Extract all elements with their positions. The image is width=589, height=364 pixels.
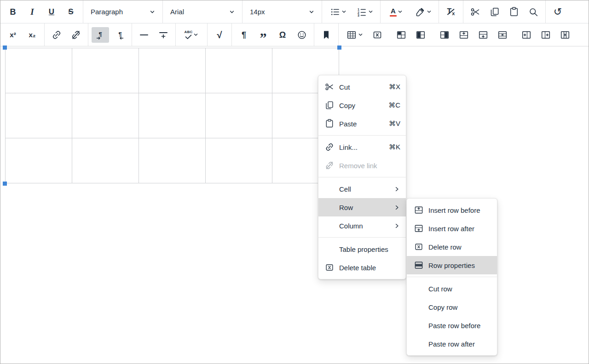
rtl-direction-button[interactable] bbox=[111, 27, 128, 43]
toolbar-separator bbox=[88, 23, 88, 46]
search-button[interactable] bbox=[525, 4, 542, 20]
page-break-button[interactable] bbox=[155, 27, 172, 43]
chevron-down-icon bbox=[358, 32, 363, 37]
strikethrough-button[interactable]: S bbox=[62, 4, 80, 20]
table-cell[interactable] bbox=[6, 93, 72, 138]
paragraph-mark-button[interactable]: ¶ bbox=[235, 27, 253, 43]
submenu-item-insert-row-after[interactable]: Insert row after bbox=[407, 219, 497, 238]
chevron-down-icon bbox=[427, 9, 432, 14]
delete-table-button[interactable] bbox=[369, 27, 386, 43]
blockquote-icon: ” bbox=[260, 35, 267, 40]
submenu-item-paste-row-before[interactable]: Paste row before bbox=[407, 316, 497, 335]
submenu-item-row-properties[interactable]: Row properties bbox=[407, 256, 497, 274]
menu-item-copy[interactable]: Copy ⌘C bbox=[318, 96, 406, 114]
insert-column-before-button[interactable] bbox=[518, 27, 535, 43]
subscript-button[interactable]: x₂ bbox=[23, 27, 41, 43]
menu-item-label: Cut bbox=[339, 83, 384, 91]
menu-item-label: Insert row after bbox=[428, 225, 491, 233]
bold-button[interactable]: B bbox=[4, 4, 22, 20]
superscript-button[interactable]: x² bbox=[4, 27, 22, 43]
table-resize-handle-top-right[interactable] bbox=[337, 46, 341, 50]
emoji-button[interactable] bbox=[293, 27, 311, 43]
highlight-color-button[interactable] bbox=[410, 4, 435, 20]
table-cell[interactable] bbox=[139, 48, 206, 93]
menu-item-link[interactable]: Link... ⌘K bbox=[318, 138, 406, 156]
menu-icon-placeholder bbox=[413, 301, 424, 313]
underline-button[interactable]: U bbox=[43, 4, 60, 20]
submenu-item-delete-row[interactable]: Delete row bbox=[407, 238, 497, 256]
menu-item-column[interactable]: Column bbox=[318, 216, 406, 235]
menu-item-paste[interactable]: Paste ⌘V bbox=[318, 114, 406, 133]
insert-link-button[interactable] bbox=[48, 27, 65, 43]
table-cell[interactable] bbox=[72, 48, 139, 93]
font-size-dropdown[interactable]: 14px bbox=[246, 4, 318, 20]
insert-column-after-button[interactable] bbox=[537, 27, 554, 43]
cut-button[interactable] bbox=[467, 4, 484, 20]
omega-icon: Ω bbox=[279, 31, 286, 39]
menu-divider bbox=[318, 177, 406, 177]
menu-divider bbox=[318, 135, 406, 136]
menu-item-table-properties[interactable]: Table properties bbox=[318, 240, 406, 258]
editor-content[interactable]: Cut ⌘X Copy ⌘C Paste ⌘V Link... ⌘K Re bbox=[0, 46, 589, 364]
submenu-item-insert-row-before[interactable]: Insert row before bbox=[407, 201, 497, 219]
spellcheck-button[interactable]: ABC bbox=[179, 27, 204, 43]
table-cell[interactable] bbox=[139, 138, 206, 183]
table-row bbox=[6, 93, 339, 138]
content-table[interactable] bbox=[5, 48, 339, 183]
toolbar-separator bbox=[132, 23, 132, 46]
insert-table-button[interactable] bbox=[342, 27, 367, 43]
menu-item-cut[interactable]: Cut ⌘X bbox=[318, 78, 406, 96]
numbered-list-button[interactable] bbox=[352, 4, 377, 20]
table-cell[interactable] bbox=[72, 138, 139, 183]
submenu-item-copy-row[interactable]: Copy row bbox=[407, 298, 497, 316]
menu-item-row[interactable]: Row bbox=[318, 198, 406, 216]
table-cell[interactable] bbox=[72, 93, 139, 138]
cell-properties-button[interactable] bbox=[393, 27, 410, 43]
square-root-button[interactable]: √ bbox=[211, 27, 228, 43]
table-cell[interactable] bbox=[206, 48, 272, 93]
merge-cells-button[interactable] bbox=[412, 27, 429, 43]
copy-button[interactable] bbox=[486, 4, 503, 20]
menu-item-cell[interactable]: Cell bbox=[318, 180, 406, 198]
blockquote-button[interactable]: ” bbox=[254, 27, 272, 43]
ltr-direction-button[interactable] bbox=[92, 27, 109, 43]
chevron-right-icon bbox=[393, 186, 400, 193]
horizontal-rule-button[interactable] bbox=[135, 27, 153, 43]
delete-row-icon bbox=[413, 241, 424, 252]
page-break-icon bbox=[158, 29, 169, 40]
delete-row-button[interactable] bbox=[494, 27, 511, 43]
toolbar-row-2: x² x₂ ABC √ ¶ ” Ω bbox=[0, 23, 589, 46]
menu-item-remove-link[interactable]: Remove link bbox=[318, 156, 406, 175]
menu-divider bbox=[407, 277, 497, 277]
undo-button[interactable]: ↺ bbox=[549, 4, 566, 20]
menu-icon-placeholder bbox=[324, 202, 335, 213]
delete-column-button[interactable] bbox=[556, 27, 574, 43]
menu-item-delete-table[interactable]: Delete table bbox=[318, 258, 406, 277]
table-resize-handle-top-left[interactable] bbox=[3, 46, 7, 50]
table-cell[interactable] bbox=[139, 93, 206, 138]
editor-window: B I U S Paragraph Arial 14px A Tx ↺ x² x… bbox=[0, 0, 589, 364]
split-cell-button[interactable] bbox=[436, 27, 453, 43]
paragraph-style-dropdown[interactable]: Paragraph bbox=[87, 4, 159, 20]
paste-button[interactable] bbox=[505, 4, 523, 20]
table-cell[interactable] bbox=[6, 48, 72, 93]
table-cell[interactable] bbox=[206, 138, 272, 183]
insert-row-after-button[interactable] bbox=[474, 27, 492, 43]
menu-icon-placeholder bbox=[413, 283, 424, 294]
text-color-button[interactable]: A bbox=[384, 4, 409, 20]
selected-table[interactable] bbox=[5, 48, 339, 183]
table-resize-handle-bottom-left[interactable] bbox=[3, 182, 7, 186]
clear-formatting-button[interactable]: Tx bbox=[442, 4, 460, 20]
submenu-item-paste-row-after[interactable]: Paste row after bbox=[407, 335, 497, 353]
italic-button[interactable]: I bbox=[23, 4, 41, 20]
table-cell[interactable] bbox=[206, 93, 272, 138]
bullet-list-button[interactable] bbox=[325, 4, 350, 20]
submenu-item-cut-row[interactable]: Cut row bbox=[407, 279, 497, 298]
insert-row-before-button[interactable] bbox=[455, 27, 473, 43]
font-family-dropdown[interactable]: Arial bbox=[166, 4, 239, 20]
menu-item-label: Paste row before bbox=[428, 322, 491, 330]
anchor-button[interactable] bbox=[318, 27, 335, 43]
table-cell[interactable] bbox=[6, 138, 72, 183]
remove-link-button[interactable] bbox=[67, 27, 85, 43]
special-character-button[interactable]: Ω bbox=[274, 27, 291, 43]
